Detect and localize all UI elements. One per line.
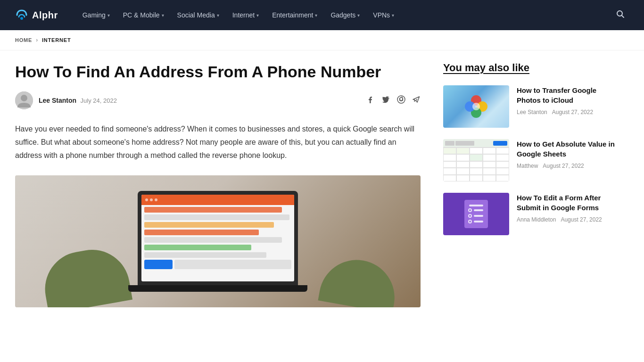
- related-author-3: Anna Middleton: [517, 216, 556, 223]
- forms-line-1: [469, 205, 483, 206]
- page-layout: How To Find An Address From A Phone Numb…: [0, 50, 644, 319]
- laptop-body: [138, 191, 298, 285]
- article-title: How To Find An Address From A Phone Numb…: [15, 62, 421, 82]
- related-info-3: How To Edit a Form After Submit in Googl…: [517, 193, 622, 223]
- search-button[interactable]: [612, 6, 629, 25]
- avatar-image: [15, 91, 33, 109]
- forms-line-2: [474, 209, 483, 211]
- nav-vpns[interactable]: VPNs ▾: [367, 8, 400, 23]
- chevron-down-icon: ▾: [315, 13, 317, 18]
- author-info: Lee Stanton July 24, 2022: [39, 96, 117, 105]
- article-date: July 24, 2022: [81, 97, 117, 104]
- site-name: Alphr: [32, 10, 58, 21]
- svg-point-13: [472, 103, 480, 110]
- logo-icon: [15, 8, 28, 22]
- forms-line-3: [474, 215, 483, 217]
- related-meta-1: Lee Stanton August 27, 2022: [517, 109, 622, 115]
- main-content: How To Find An Address From A Phone Numb…: [15, 62, 421, 307]
- related-article-1[interactable]: How to Transfer Google Photos to iCloud …: [443, 85, 622, 128]
- main-nav: Alphr Gaming ▾ PC & Mobile ▾ Social Medi…: [0, 0, 644, 30]
- breadcrumb: HOME › INTERNET: [0, 30, 644, 50]
- related-meta-3: Anna Middleton August 27, 2022: [517, 216, 622, 223]
- social-icons: [367, 95, 421, 106]
- chevron-down-icon: ▾: [217, 13, 219, 18]
- forms-circle-3: [468, 220, 472, 223]
- site-logo[interactable]: Alphr: [15, 8, 58, 22]
- chevron-down-icon: ▾: [392, 13, 394, 18]
- article-meta: Lee Stanton July 24, 2022: [15, 91, 421, 109]
- forms-line-4: [474, 221, 483, 222]
- svg-point-0: [20, 17, 23, 20]
- related-meta-2: Matthew August 27, 2022: [517, 163, 622, 169]
- reddit-share-icon[interactable]: [397, 95, 405, 106]
- article-body: Have you ever needed to find someone's a…: [15, 123, 421, 162]
- related-article-2[interactable]: How to Get Absolute Value in Google Shee…: [443, 139, 622, 181]
- chevron-down-icon: ▾: [162, 13, 164, 18]
- nav-internet[interactable]: Internet ▾: [227, 8, 264, 23]
- twitter-share-icon[interactable]: [382, 95, 390, 106]
- google-photos-icon: [464, 94, 488, 119]
- chevron-down-icon: ▾: [107, 13, 110, 18]
- meta-left: Lee Stanton July 24, 2022: [15, 91, 117, 109]
- related-author-1: Lee Stanton: [517, 109, 547, 115]
- nav-gaming[interactable]: Gaming ▾: [77, 8, 116, 23]
- nav-pc-mobile[interactable]: PC & Mobile ▾: [117, 8, 170, 23]
- related-date-1: August 27, 2022: [552, 109, 593, 115]
- related-thumb-3: [443, 193, 509, 235]
- related-info-1: How to Transfer Google Photos to iCloud …: [517, 85, 622, 115]
- svg-point-8: [402, 99, 403, 99]
- telegram-share-icon[interactable]: [412, 95, 421, 106]
- chevron-down-icon: ▾: [357, 13, 360, 18]
- nav-gadgets[interactable]: Gadgets ▾: [325, 8, 365, 23]
- avatar: [15, 91, 33, 109]
- nav-links: Gaming ▾ PC & Mobile ▾ Social Media ▾ In…: [77, 8, 612, 23]
- google-forms-icon: [464, 200, 488, 228]
- sidebar: You may also like How to Transfer Google…: [443, 62, 622, 307]
- search-icon: [616, 9, 625, 19]
- svg-point-7: [400, 99, 401, 99]
- person-arm-left: [39, 244, 132, 307]
- related-title-1: How to Transfer Google Photos to iCloud: [517, 85, 622, 105]
- related-date-3: August 27, 2022: [561, 216, 602, 223]
- author-name: Lee Stanton: [39, 97, 76, 104]
- facebook-share-icon[interactable]: [367, 95, 375, 106]
- related-title-3: How To Edit a Form After Submit in Googl…: [517, 193, 622, 213]
- nav-entertainment[interactable]: Entertainment ▾: [266, 8, 323, 23]
- svg-point-5: [397, 96, 405, 103]
- sidebar-title: You may also like: [443, 62, 622, 74]
- svg-point-3: [21, 95, 27, 101]
- related-title-2: How to Get Absolute Value in Google Shee…: [517, 139, 622, 159]
- related-info-2: How to Get Absolute Value in Google Shee…: [517, 139, 622, 169]
- related-date-2: August 27, 2022: [543, 163, 584, 169]
- forms-circle-1: [468, 208, 472, 212]
- article-hero-image: [15, 175, 421, 307]
- nav-social-media[interactable]: Social Media ▾: [172, 8, 225, 23]
- related-author-2: Matthew: [517, 163, 538, 169]
- person-arm-right: [318, 254, 401, 307]
- chevron-down-icon: ▾: [256, 13, 259, 18]
- breadcrumb-current: INTERNET: [42, 37, 71, 43]
- related-article-3[interactable]: How To Edit a Form After Submit in Googl…: [443, 193, 622, 235]
- laptop-screen: [141, 195, 294, 281]
- breadcrumb-separator: ›: [36, 37, 38, 43]
- related-thumb-1: [443, 85, 509, 128]
- laptop-base: [128, 285, 307, 292]
- related-thumb-2: [443, 139, 509, 181]
- breadcrumb-home[interactable]: HOME: [15, 37, 32, 43]
- forms-circle-2: [468, 214, 472, 218]
